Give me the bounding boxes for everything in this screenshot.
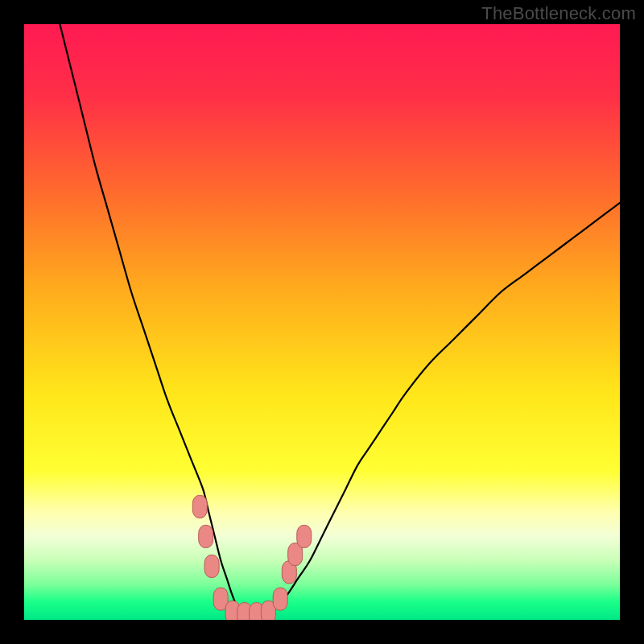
curve-marker [204, 555, 219, 577]
curve-marker [199, 525, 213, 547]
bottleneck-chart [24, 24, 620, 620]
outer-frame: TheBottleneck.com [0, 0, 644, 644]
curve-marker [273, 588, 287, 610]
gradient-background [24, 24, 620, 620]
curve-marker [297, 525, 312, 547]
watermark-text: TheBottleneck.com [481, 3, 636, 24]
curve-marker [192, 495, 207, 518]
